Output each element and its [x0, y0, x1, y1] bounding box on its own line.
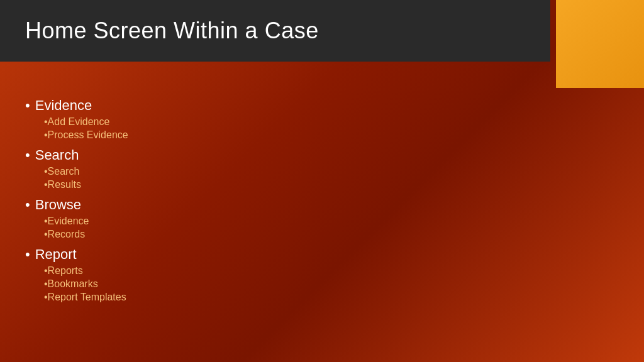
sub-list-item-3-2: Report Templates	[44, 292, 619, 303]
sub-list-browse: EvidenceRecords	[44, 216, 619, 240]
main-list-item-2: BrowseEvidenceRecords	[25, 197, 619, 240]
page-title: Home Screen Within a Case	[25, 18, 525, 44]
sub-list-item-2-0: Evidence	[44, 216, 619, 227]
sub-item-report-templates[interactable]: Report Templates	[44, 292, 126, 303]
header-bar: Home Screen Within a Case	[0, 0, 550, 62]
sub-item-evidence[interactable]: Evidence	[44, 216, 89, 227]
sub-item-process-evidence[interactable]: Process Evidence	[44, 129, 128, 141]
main-list-item-1: SearchSearchResults	[25, 147, 619, 190]
sub-list-report: ReportsBookmarksReport Templates	[44, 265, 619, 303]
sub-item-reports[interactable]: Reports	[44, 265, 83, 277]
accent-decoration	[556, 0, 644, 88]
sub-item-search[interactable]: Search	[44, 166, 79, 177]
navigation-list: EvidenceAdd EvidenceProcess EvidenceSear…	[25, 97, 619, 303]
sub-list-search: SearchResults	[44, 166, 619, 190]
sub-item-bookmarks[interactable]: Bookmarks	[44, 278, 98, 290]
sub-list-item-0-0: Add Evidence	[44, 116, 619, 128]
main-item-search[interactable]: Search	[25, 147, 619, 163]
sub-list-item-2-1: Records	[44, 229, 619, 240]
sub-item-results[interactable]: Results	[44, 179, 81, 190]
sub-item-add-evidence[interactable]: Add Evidence	[44, 116, 109, 128]
sub-list-item-1-0: Search	[44, 166, 619, 177]
main-list-item-3: ReportReportsBookmarksReport Templates	[25, 246, 619, 303]
sub-list-item-3-0: Reports	[44, 265, 619, 277]
main-item-report[interactable]: Report	[25, 246, 619, 263]
sub-list-evidence: Add EvidenceProcess Evidence	[44, 116, 619, 141]
sub-list-item-0-1: Process Evidence	[44, 129, 619, 141]
main-content: EvidenceAdd EvidenceProcess EvidenceSear…	[25, 97, 619, 337]
main-item-browse[interactable]: Browse	[25, 197, 619, 213]
main-list-item-0: EvidenceAdd EvidenceProcess Evidence	[25, 97, 619, 141]
main-item-evidence[interactable]: Evidence	[25, 97, 619, 114]
sub-item-records[interactable]: Records	[44, 229, 85, 240]
sub-list-item-1-1: Results	[44, 179, 619, 190]
sub-list-item-3-1: Bookmarks	[44, 278, 619, 290]
